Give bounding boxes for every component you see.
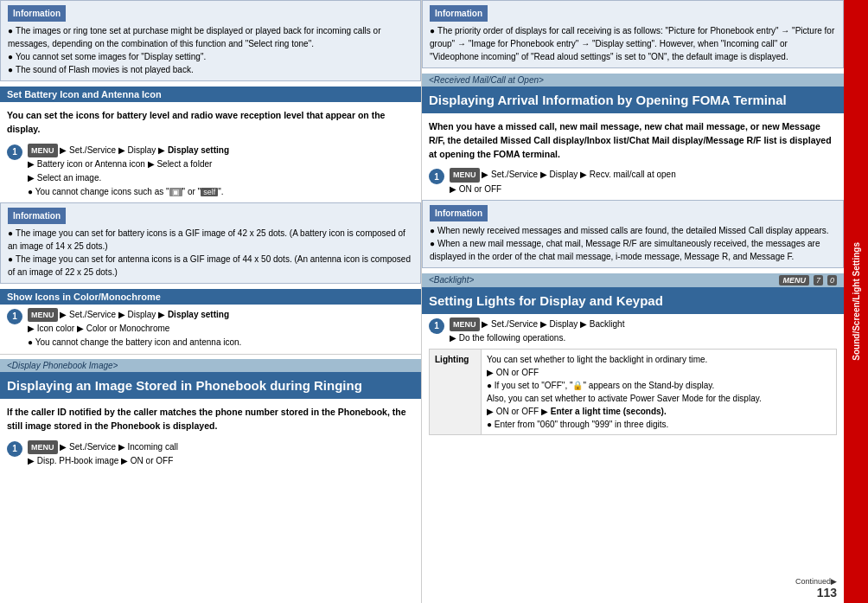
- backlight-badges: MENU 7 0: [779, 275, 837, 285]
- info-item-right-1-1: The priority order of displays for call …: [430, 24, 836, 63]
- step-battery-1: 1 MENU ▶ Set./Service ▶ Display ▶ Displa…: [0, 144, 421, 199]
- step-icons-1: 1 MENU ▶ Set./Service ▶ Display ▶ Displa…: [0, 308, 421, 350]
- right-column: Information The priority order of displa…: [422, 0, 868, 603]
- section-battery-header: Set Battery Icon and Antenna Icon: [0, 87, 421, 102]
- lighting-text-3: ● If you set to "OFF", "🔒" appears on th…: [487, 381, 714, 390]
- display-setting-1: Display setting: [168, 145, 229, 155]
- info-box-right-1: Information The priority order of displa…: [422, 0, 844, 68]
- num-badge-7: 7: [814, 275, 823, 285]
- divider-1: [0, 354, 421, 355]
- recv-mail-tag: <Received Mail/Call at Open>: [422, 74, 844, 87]
- step-icons-text2: ▶ Icon color ▶ Color or Monochrome: [28, 324, 169, 333]
- step-phonebook-1: 1 MENU ▶ Set./Service ▶ Incoming call ▶ …: [0, 440, 421, 468]
- step-recv-1-content: MENU ▶ Set./Service ▶ Display ▶ Recv. ma…: [450, 168, 837, 196]
- step-phonebook-text2: ▶ Disp. PH-book image ▶ ON or OFF: [28, 456, 173, 465]
- info-item-2-2: The image you can set for antenna icons …: [8, 253, 413, 279]
- lighting-text-5: ▶ ON or OFF ▶ Enter a light time (second…: [487, 407, 667, 416]
- step-recv-text1: ▶ Set./Service ▶ Display ▶ Recv. mail/ca…: [482, 170, 675, 179]
- step-phonebook-text1: ▶ Set./Service ▶ Incoming call: [60, 442, 178, 452]
- lighting-content: You can set whether to light the backlig…: [482, 350, 837, 435]
- info-label-right-1: Information: [430, 5, 488, 22]
- step-recv-text2: ▶ ON or OFF: [450, 184, 501, 194]
- menu-icon-2: MENU: [28, 308, 58, 322]
- backlight-table: Lighting You can set whether to light th…: [429, 349, 837, 435]
- num-badge-0: 0: [827, 275, 837, 285]
- section-icons-header: Show Icons in Color/Monochrome: [0, 289, 421, 305]
- info-label-1: Information: [8, 5, 66, 22]
- step-num-right-1: 1: [429, 169, 444, 184]
- lighting-label: Lighting: [430, 350, 482, 435]
- info-item-1-2: You cannot set some images for "Display …: [8, 50, 413, 63]
- lighting-text-6: ● Enter from "060" through "999" in thre…: [487, 420, 668, 429]
- continued-label: Continued▶ 113: [795, 577, 837, 600]
- step-num-2: 1: [7, 309, 22, 324]
- info-item-right-2-1: When newly received messages and missed …: [430, 224, 836, 237]
- step-backlight-1-content: MENU ▶ Set./Service ▶ Display ▶ Backligh…: [450, 318, 837, 345]
- info-list-2: The image you can set for battery icons …: [8, 227, 413, 279]
- continued-text: Continued▶: [795, 577, 837, 586]
- step-battery-1-text3: ▶ Select an image.: [28, 173, 101, 183]
- recv-mail-title: Displaying Arrival Information by Openin…: [422, 87, 844, 113]
- phonebook-intro: If the caller ID notified by the caller …: [0, 402, 421, 437]
- side-tab: Sound/Screen/Light Settings: [844, 0, 868, 603]
- step-recv-1: 1 MENU ▶ Set./Service ▶ Display ▶ Recv. …: [422, 168, 844, 196]
- step-battery-bullet: ● You cannot change icons such as "▣" or…: [28, 187, 224, 196]
- step-battery-1-text1: ▶ Set./Service ▶ Display ▶: [60, 145, 168, 155]
- info-list-right-1: The priority order of displays for call …: [430, 24, 836, 63]
- step-battery-1-text2: ▶ Battery icon or Antenna icon ▶ Select …: [28, 159, 212, 169]
- step-icons-1-content: MENU ▶ Set./Service ▶ Display ▶ Display …: [28, 308, 414, 350]
- menu-icon-right-2: MENU: [450, 318, 480, 331]
- step-num-1: 1: [7, 144, 22, 160]
- info-box-right-2: Information When newly received messages…: [422, 200, 844, 268]
- backlight-table-wrapper: Lighting You can set whether to light th…: [422, 349, 844, 435]
- step-icons-bullet: ● You cannot change the battery icon and…: [28, 337, 241, 347]
- step-backlight-text2: ▶ Do the following operations.: [450, 333, 565, 343]
- phonebook-tag: <Display Phonebook Image>: [0, 359, 421, 372]
- lighting-text-1: You can set whether to light the backlig…: [487, 355, 707, 364]
- left-column: Information The images or ring tone set …: [0, 0, 422, 603]
- info-list-1: The images or ring tone set at purchase …: [8, 24, 413, 76]
- backlight-tag: <Backlight>: [429, 275, 474, 285]
- info-item-2-1: The image you can set for battery icons …: [8, 227, 413, 253]
- info-item-1-3: The sound of Flash movies is not played …: [8, 63, 413, 76]
- info-label-2: Information: [8, 208, 66, 224]
- phonebook-title: Displaying an Image Stored in Phonebook …: [0, 372, 421, 399]
- step-phonebook-1-content: MENU ▶ Set./Service ▶ Incoming call ▶ Di…: [28, 440, 414, 468]
- menu-icon-1: MENU: [28, 144, 58, 157]
- side-tab-text: Sound/Screen/Light Settings: [851, 242, 862, 361]
- backlight-row-lighting: Lighting You can set whether to light th…: [430, 350, 837, 435]
- right-content: Information The priority order of displa…: [422, 0, 844, 603]
- lighting-text-4: Also, you can set whether to activate Po…: [487, 394, 762, 403]
- info-item-right-2-2: When a new mail message, chat mail, Mess…: [430, 237, 836, 263]
- info-item-1-1: The images or ring tone set at purchase …: [8, 24, 413, 50]
- info-list-right-2: When newly received messages and missed …: [430, 224, 836, 263]
- backlight-title: Setting Lights for Display and Keypad: [422, 287, 844, 314]
- step-num-right-2: 1: [429, 318, 444, 334]
- page-number: 113: [795, 586, 837, 600]
- section-battery-intro: You can set the icons for battery level …: [0, 106, 421, 140]
- menu-icon-right-1: MENU: [450, 168, 480, 182]
- step-icons-text1: ▶ Set./Service ▶ Display ▶: [60, 310, 168, 319]
- step-backlight-1: 1 MENU ▶ Set./Service ▶ Display ▶ Backli…: [422, 318, 844, 345]
- info-box-1: Information The images or ring tone set …: [0, 0, 421, 81]
- step-battery-1-content: MENU ▶ Set./Service ▶ Display ▶ Display …: [28, 144, 414, 199]
- lighting-text-2: ▶ ON or OFF: [487, 368, 539, 377]
- info-box-2: Information The image you can set for ba…: [0, 202, 421, 284]
- menu-badge-right: MENU: [779, 275, 809, 285]
- info-label-right-2: Information: [430, 205, 488, 221]
- step-backlight-text1: ▶ Set./Service ▶ Display ▶ Backlight: [482, 319, 624, 329]
- step-num-3: 1: [7, 441, 22, 457]
- display-setting-2: Display setting: [168, 310, 229, 319]
- menu-icon-3: MENU: [28, 440, 58, 454]
- backlight-tag-row: <Backlight> MENU 7 0: [422, 273, 844, 287]
- recv-mail-intro: When you have a missed call, new mail me…: [422, 117, 844, 164]
